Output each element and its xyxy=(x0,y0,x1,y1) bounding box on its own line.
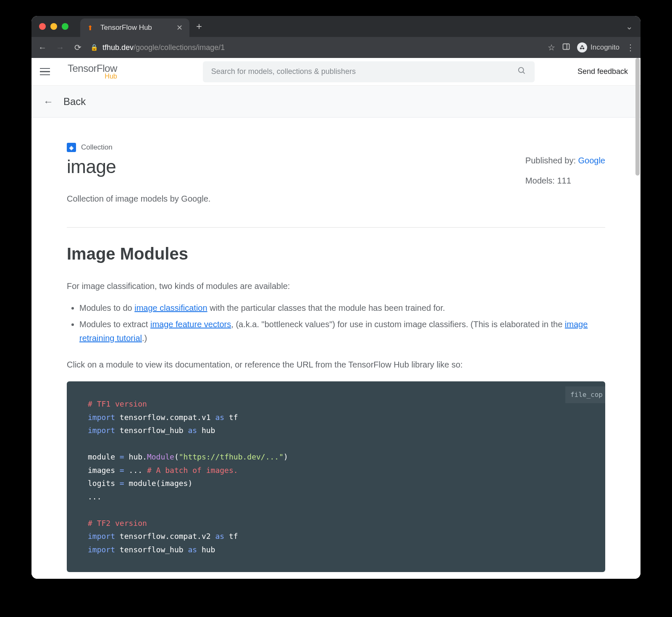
send-feedback-link[interactable]: Send feedback xyxy=(578,67,628,76)
models-label: Models: xyxy=(525,176,557,185)
tab-title: TensorFlow Hub xyxy=(100,24,152,32)
nav-forward-icon[interactable]: → xyxy=(55,43,65,53)
copy-code-button[interactable]: file_cop xyxy=(565,386,605,403)
back-label[interactable]: Back xyxy=(63,96,86,108)
back-arrow-icon[interactable]: ← xyxy=(43,96,53,108)
publisher-link[interactable]: Google xyxy=(578,156,606,165)
browser-menu-icon[interactable]: ⋮ xyxy=(626,42,635,53)
browser-tab[interactable]: TensorFlow Hub ✕ xyxy=(80,18,189,37)
collection-meta: Published by: Google Models: 111 xyxy=(525,150,605,204)
svg-rect-0 xyxy=(563,44,570,49)
main-content: ◈ Collection image Collection of image m… xyxy=(32,118,640,579)
search-box[interactable] xyxy=(203,61,535,82)
list-item: Modules to do image classification with … xyxy=(79,301,605,315)
published-by-label: Published by: xyxy=(525,156,578,165)
page-content: TensorFlow Hub Send feedback ← Back ◈ Co… xyxy=(32,58,640,579)
section-divider xyxy=(67,227,605,228)
models-count: 111 xyxy=(557,176,571,185)
list-item: Modules to extract image feature vectors… xyxy=(79,318,605,345)
collection-header: ◈ Collection image Collection of image m… xyxy=(67,143,605,204)
incognito-badge: Incognito xyxy=(577,42,620,53)
svg-point-2 xyxy=(580,47,582,50)
collection-badge-text: Collection xyxy=(81,143,113,152)
url-path: /google/collections/image/1 xyxy=(134,43,225,52)
lock-icon: 🔒 xyxy=(90,44,98,51)
logo-primary: TensorFlow xyxy=(68,63,117,74)
tab-close-icon[interactable]: ✕ xyxy=(176,23,183,32)
maximize-window-button[interactable] xyxy=(62,23,68,30)
close-window-button[interactable] xyxy=(39,23,46,30)
collection-description: Collection of image models by Google. xyxy=(67,194,210,204)
svg-point-3 xyxy=(583,47,585,50)
section-heading: Image Modules xyxy=(67,244,605,263)
toolbar-right: ☆ Incognito ⋮ xyxy=(548,42,635,53)
incognito-icon xyxy=(577,42,587,53)
traffic-lights xyxy=(39,23,68,30)
logo-sub: Hub xyxy=(68,73,117,80)
new-tab-button[interactable]: + xyxy=(196,21,202,32)
incognito-label: Incognito xyxy=(591,43,620,52)
tfhub-logo[interactable]: TensorFlow Hub xyxy=(68,63,117,80)
bookmark-star-icon[interactable]: ☆ xyxy=(548,42,555,53)
window-titlebar: TensorFlow Hub ✕ + ⌄ xyxy=(32,16,640,37)
back-bar: ← Back xyxy=(32,86,640,118)
url-field[interactable]: 🔒 tfhub.dev/google/collections/image/1 xyxy=(90,43,540,52)
svg-point-4 xyxy=(518,68,523,73)
app-header: TensorFlow Hub Send feedback xyxy=(32,58,640,86)
module-type-list: Modules to do image classification with … xyxy=(67,301,605,345)
minimize-window-button[interactable] xyxy=(50,23,57,30)
nav-reload-icon[interactable]: ⟳ xyxy=(73,42,83,53)
feature-vectors-link[interactable]: image feature vectors xyxy=(150,320,231,329)
code-block: file_cop # TF1 version import tensorflow… xyxy=(67,381,605,572)
post-list-text: Click on a module to view its documentat… xyxy=(67,358,605,371)
collection-icon: ◈ xyxy=(67,143,76,152)
url-domain: tfhub.dev xyxy=(102,43,134,52)
page-title: image xyxy=(67,156,210,177)
scrollbar-thumb[interactable] xyxy=(635,58,640,176)
hamburger-menu-button[interactable] xyxy=(40,64,55,79)
scrollbar[interactable] xyxy=(635,58,640,579)
intro-text: For image classification, two kinds of m… xyxy=(67,279,605,293)
chevron-down-icon[interactable]: ⌄ xyxy=(626,22,633,31)
collection-badge: ◈ Collection xyxy=(67,143,210,152)
browser-window: TensorFlow Hub ✕ + ⌄ ← → ⟳ 🔒 tfhub.dev/g… xyxy=(32,16,640,579)
nav-back-icon[interactable]: ← xyxy=(37,43,47,53)
search-input[interactable] xyxy=(211,67,517,76)
svg-line-5 xyxy=(523,72,525,74)
url-toolbar: ← → ⟳ 🔒 tfhub.dev/google/collections/ima… xyxy=(32,37,640,58)
titlebar-right: ⌄ xyxy=(626,21,633,32)
search-icon[interactable] xyxy=(517,66,526,77)
side-panel-icon[interactable] xyxy=(562,42,570,53)
image-classification-link[interactable]: image classification xyxy=(134,303,207,312)
tab-favicon-icon xyxy=(87,24,95,32)
